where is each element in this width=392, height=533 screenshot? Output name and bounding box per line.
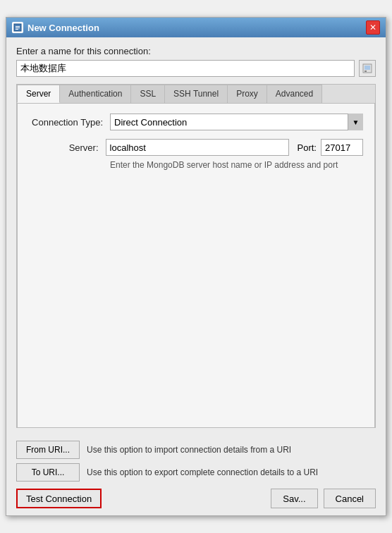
svg-rect-5: [365, 66, 370, 70]
connection-type-control: Direct Connection Replica Set Mongos / L…: [110, 114, 363, 130]
title-bar-left: New Connection: [12, 22, 99, 33]
tab-content-server: Connection Type: Direct Connection Repli…: [17, 104, 375, 428]
svg-rect-3: [16, 29, 18, 30]
tabs-container: Server Authentication SSL SSH Tunnel Pro…: [16, 84, 376, 428]
tabs-header: Server Authentication SSL SSH Tunnel Pro…: [17, 85, 375, 104]
port-input[interactable]: [321, 139, 363, 156]
window-body: Enter a name for this connection: Server…: [6, 37, 386, 435]
tab-advanced[interactable]: Advanced: [267, 85, 322, 103]
title-bar: New Connection ✕: [6, 18, 386, 37]
window-icon: [12, 22, 23, 33]
tab-ssl[interactable]: SSL: [130, 85, 165, 103]
tab-proxy[interactable]: Proxy: [227, 85, 267, 103]
server-control: Port:: [106, 139, 363, 156]
server-host-input[interactable]: [106, 139, 289, 156]
name-icon-button[interactable]: [359, 60, 376, 77]
close-button[interactable]: ✕: [366, 20, 380, 35]
svg-rect-1: [16, 26, 20, 27]
connection-type-select[interactable]: Direct Connection Replica Set Mongos / L…: [110, 114, 363, 130]
tab-ssh-tunnel[interactable]: SSH Tunnel: [164, 85, 228, 103]
footer-row: Test Connection Sav... Cancel: [16, 489, 376, 508]
to-uri-row: To URI... Use this option to export comp…: [16, 463, 376, 482]
svg-rect-2: [16, 27, 20, 28]
connection-name-label: Enter a name for this connection:: [16, 46, 376, 56]
connection-type-select-wrapper: Direct Connection Replica Set Mongos / L…: [110, 114, 363, 130]
connection-type-label: Connection Type:: [29, 117, 110, 128]
port-label: Port:: [298, 142, 317, 153]
connection-name-input[interactable]: [16, 60, 355, 77]
svg-rect-6: [365, 71, 367, 72]
tab-server[interactable]: Server: [17, 85, 60, 103]
save-button[interactable]: Sav...: [271, 489, 317, 508]
connection-name-row: [16, 60, 376, 77]
from-uri-desc: Use this option to import connection det…: [87, 445, 291, 455]
title-text: New Connection: [27, 23, 99, 33]
from-uri-row: From URI... Use this option to import co…: [16, 441, 376, 459]
server-hint: Enter the MongoDB server host name or IP…: [110, 160, 363, 170]
server-label: Server:: [29, 142, 106, 153]
bottom-area: From URI... Use this option to import co…: [6, 435, 386, 515]
server-row: Server: Port:: [29, 139, 363, 156]
connection-type-row: Connection Type: Direct Connection Repli…: [29, 114, 363, 130]
test-connection-button[interactable]: Test Connection: [16, 489, 102, 508]
footer-right: Sav... Cancel: [271, 489, 376, 508]
to-uri-desc: Use this option to export complete conne…: [87, 467, 318, 477]
new-connection-window: New Connection ✕ Enter a name for this c…: [6, 17, 386, 516]
from-uri-button[interactable]: From URI...: [16, 441, 80, 459]
tab-authentication[interactable]: Authentication: [59, 85, 131, 103]
to-uri-button[interactable]: To URI...: [16, 463, 80, 482]
cancel-button[interactable]: Cancel: [324, 489, 376, 508]
